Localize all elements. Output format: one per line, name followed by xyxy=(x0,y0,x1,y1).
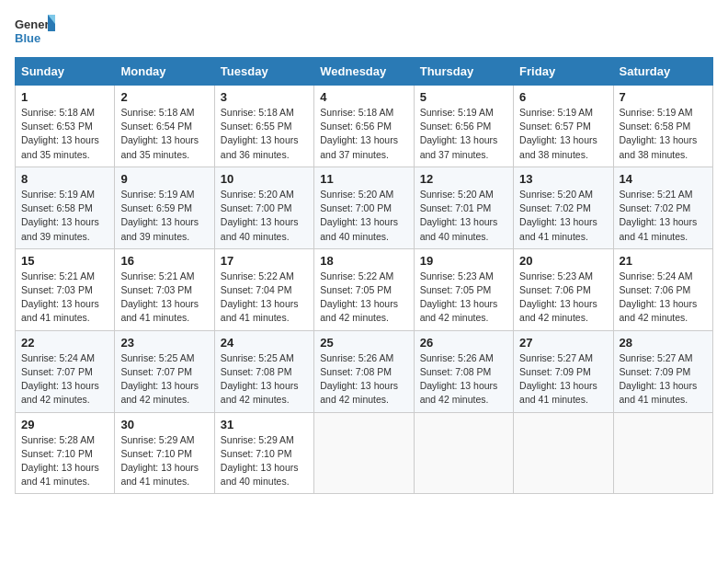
day-number: 25 xyxy=(320,336,407,350)
calendar-cell: 26Sunrise: 5:26 AMSunset: 7:08 PMDayligh… xyxy=(414,330,513,412)
calendar-cell: 5Sunrise: 5:19 AMSunset: 6:56 PMDaylight… xyxy=(414,86,513,167)
day-info: Sunrise: 5:29 AMSunset: 7:10 PMDaylight:… xyxy=(221,433,308,489)
day-number: 15 xyxy=(21,254,108,268)
day-number: 13 xyxy=(519,172,607,186)
calendar-header-row: SundayMondayTuesdayWednesdayThursdayFrid… xyxy=(16,58,713,86)
day-info: Sunrise: 5:18 AMSunset: 6:54 PMDaylight:… xyxy=(120,106,208,162)
day-number: 3 xyxy=(221,90,308,104)
day-info: Sunrise: 5:19 AMSunset: 6:57 PMDaylight:… xyxy=(519,106,607,162)
calendar-week-3: 15Sunrise: 5:21 AMSunset: 7:03 PMDayligh… xyxy=(16,248,713,330)
calendar-cell: 8Sunrise: 5:19 AMSunset: 6:58 PMDaylight… xyxy=(16,167,115,248)
calendar-cell: 9Sunrise: 5:19 AMSunset: 6:59 PMDaylight… xyxy=(115,167,214,248)
day-info: Sunrise: 5:20 AMSunset: 7:01 PMDaylight:… xyxy=(420,188,507,244)
day-info: Sunrise: 5:18 AMSunset: 6:53 PMDaylight:… xyxy=(21,106,108,162)
calendar-cell: 7Sunrise: 5:19 AMSunset: 6:58 PMDaylight… xyxy=(613,86,712,167)
day-info: Sunrise: 5:26 AMSunset: 7:08 PMDaylight:… xyxy=(420,351,507,408)
day-info: Sunrise: 5:28 AMSunset: 7:10 PMDaylight:… xyxy=(21,433,108,489)
calendar-cell: 22Sunrise: 5:24 AMSunset: 7:07 PMDayligh… xyxy=(16,330,115,412)
weekday-header-monday: Monday xyxy=(115,58,214,86)
day-number: 9 xyxy=(120,172,208,186)
weekday-header-tuesday: Tuesday xyxy=(214,58,313,86)
calendar-cell: 23Sunrise: 5:25 AMSunset: 7:07 PMDayligh… xyxy=(115,330,214,412)
weekday-header-wednesday: Wednesday xyxy=(314,58,414,86)
weekday-header-thursday: Thursday xyxy=(414,58,513,86)
day-number: 20 xyxy=(519,254,607,268)
day-number: 24 xyxy=(221,336,308,350)
day-info: Sunrise: 5:19 AMSunset: 6:58 PMDaylight:… xyxy=(620,106,707,162)
day-number: 23 xyxy=(120,336,208,350)
day-number: 31 xyxy=(221,418,308,431)
day-number: 29 xyxy=(21,418,108,431)
calendar-cell: 21Sunrise: 5:24 AMSunset: 7:06 PMDayligh… xyxy=(613,248,712,330)
day-number: 5 xyxy=(420,90,507,104)
calendar-cell: 10Sunrise: 5:20 AMSunset: 7:00 PMDayligh… xyxy=(214,167,313,248)
calendar-cell xyxy=(613,412,712,494)
day-info: Sunrise: 5:23 AMSunset: 7:05 PMDaylight:… xyxy=(420,270,507,326)
day-info: Sunrise: 5:27 AMSunset: 7:09 PMDaylight:… xyxy=(519,351,607,408)
calendar-cell xyxy=(414,412,513,494)
calendar-cell: 18Sunrise: 5:22 AMSunset: 7:05 PMDayligh… xyxy=(314,248,414,330)
day-number: 4 xyxy=(320,90,407,104)
day-number: 8 xyxy=(21,172,108,186)
day-number: 6 xyxy=(519,90,607,104)
calendar-week-5: 29Sunrise: 5:28 AMSunset: 7:10 PMDayligh… xyxy=(16,412,713,494)
day-info: Sunrise: 5:19 AMSunset: 6:56 PMDaylight:… xyxy=(420,106,507,162)
logo-svg: General Blue xyxy=(15,15,55,48)
day-number: 7 xyxy=(620,90,707,104)
day-info: Sunrise: 5:18 AMSunset: 6:56 PMDaylight:… xyxy=(320,106,407,162)
calendar-cell: 3Sunrise: 5:18 AMSunset: 6:55 PMDaylight… xyxy=(214,86,313,167)
calendar-cell xyxy=(314,412,414,494)
day-number: 1 xyxy=(21,90,108,104)
calendar-cell: 29Sunrise: 5:28 AMSunset: 7:10 PMDayligh… xyxy=(16,412,115,494)
calendar-cell: 20Sunrise: 5:23 AMSunset: 7:06 PMDayligh… xyxy=(514,248,613,330)
day-number: 16 xyxy=(120,254,208,268)
day-info: Sunrise: 5:29 AMSunset: 7:10 PMDaylight:… xyxy=(120,433,208,489)
day-info: Sunrise: 5:25 AMSunset: 7:08 PMDaylight:… xyxy=(221,351,308,408)
day-info: Sunrise: 5:19 AMSunset: 6:58 PMDaylight:… xyxy=(21,188,108,244)
day-info: Sunrise: 5:22 AMSunset: 7:05 PMDaylight:… xyxy=(320,270,407,326)
calendar-cell: 1Sunrise: 5:18 AMSunset: 6:53 PMDaylight… xyxy=(16,86,115,167)
calendar-cell: 28Sunrise: 5:27 AMSunset: 7:09 PMDayligh… xyxy=(613,330,712,412)
calendar-cell: 12Sunrise: 5:20 AMSunset: 7:01 PMDayligh… xyxy=(414,167,513,248)
day-number: 28 xyxy=(620,336,707,350)
day-number: 30 xyxy=(120,418,208,431)
calendar-cell: 17Sunrise: 5:22 AMSunset: 7:04 PMDayligh… xyxy=(214,248,313,330)
calendar-cell: 14Sunrise: 5:21 AMSunset: 7:02 PMDayligh… xyxy=(613,167,712,248)
calendar-cell: 24Sunrise: 5:25 AMSunset: 7:08 PMDayligh… xyxy=(214,330,313,412)
day-number: 26 xyxy=(420,336,507,350)
calendar-cell: 27Sunrise: 5:27 AMSunset: 7:09 PMDayligh… xyxy=(514,330,613,412)
calendar-cell: 11Sunrise: 5:20 AMSunset: 7:00 PMDayligh… xyxy=(314,167,414,248)
calendar-cell: 15Sunrise: 5:21 AMSunset: 7:03 PMDayligh… xyxy=(16,248,115,330)
day-info: Sunrise: 5:19 AMSunset: 6:59 PMDaylight:… xyxy=(120,188,208,244)
day-number: 11 xyxy=(320,172,407,186)
calendar-cell: 2Sunrise: 5:18 AMSunset: 6:54 PMDaylight… xyxy=(115,86,214,167)
page-header: General Blue xyxy=(15,15,713,48)
calendar-week-4: 22Sunrise: 5:24 AMSunset: 7:07 PMDayligh… xyxy=(16,330,713,412)
day-info: Sunrise: 5:22 AMSunset: 7:04 PMDaylight:… xyxy=(221,270,308,326)
day-number: 19 xyxy=(420,254,507,268)
calendar-week-1: 1Sunrise: 5:18 AMSunset: 6:53 PMDaylight… xyxy=(16,86,713,167)
calendar-table: SundayMondayTuesdayWednesdayThursdayFrid… xyxy=(15,57,713,494)
calendar-cell: 6Sunrise: 5:19 AMSunset: 6:57 PMDaylight… xyxy=(514,86,613,167)
day-info: Sunrise: 5:26 AMSunset: 7:08 PMDaylight:… xyxy=(320,351,407,408)
weekday-header-saturday: Saturday xyxy=(613,58,712,86)
day-info: Sunrise: 5:21 AMSunset: 7:03 PMDaylight:… xyxy=(21,270,108,326)
day-info: Sunrise: 5:21 AMSunset: 7:03 PMDaylight:… xyxy=(120,270,208,326)
weekday-header-friday: Friday xyxy=(514,58,613,86)
calendar-cell xyxy=(514,412,613,494)
calendar-cell: 13Sunrise: 5:20 AMSunset: 7:02 PMDayligh… xyxy=(514,167,613,248)
calendar-week-2: 8Sunrise: 5:19 AMSunset: 6:58 PMDaylight… xyxy=(16,167,713,248)
day-number: 22 xyxy=(21,336,108,350)
day-number: 12 xyxy=(420,172,507,186)
calendar-cell: 31Sunrise: 5:29 AMSunset: 7:10 PMDayligh… xyxy=(214,412,313,494)
day-info: Sunrise: 5:20 AMSunset: 7:00 PMDaylight:… xyxy=(221,188,308,244)
day-number: 2 xyxy=(120,90,208,104)
calendar-cell: 16Sunrise: 5:21 AMSunset: 7:03 PMDayligh… xyxy=(115,248,214,330)
day-number: 17 xyxy=(221,254,308,268)
day-number: 18 xyxy=(320,254,407,268)
day-info: Sunrise: 5:25 AMSunset: 7:07 PMDaylight:… xyxy=(120,351,208,408)
day-number: 21 xyxy=(620,254,707,268)
calendar-cell: 19Sunrise: 5:23 AMSunset: 7:05 PMDayligh… xyxy=(414,248,513,330)
logo: General Blue xyxy=(15,15,55,48)
calendar-cell: 30Sunrise: 5:29 AMSunset: 7:10 PMDayligh… xyxy=(115,412,214,494)
